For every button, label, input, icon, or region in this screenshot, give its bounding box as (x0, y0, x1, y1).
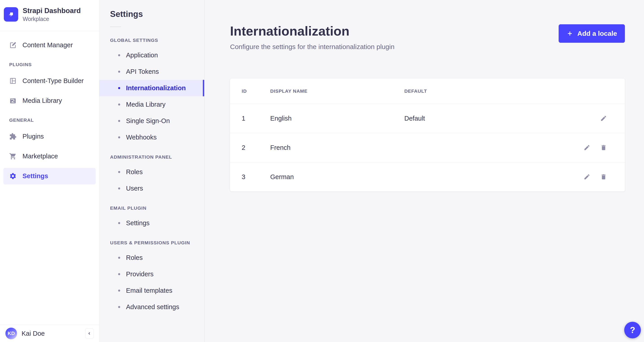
strapi-logo-icon (7, 10, 15, 19)
user-menu[interactable]: KD Kai Doe (6, 327, 45, 339)
column-header-display-name: DISPLAY NAME (270, 79, 404, 104)
table-header-row: ID DISPLAY NAME DEFAULT (230, 79, 625, 104)
subnav-item-users[interactable]: Users (99, 180, 204, 197)
subnav-item-label: Application (126, 52, 158, 59)
delete-locale-button[interactable] (600, 144, 607, 151)
strapi-logo[interactable] (4, 7, 18, 22)
table-row: 1 English Default (230, 104, 625, 133)
subnav-item-email-settings[interactable]: Settings (99, 215, 204, 231)
edit-icon (600, 115, 607, 122)
locales-table: ID DISPLAY NAME DEFAULT 1 English Defaul… (230, 79, 625, 192)
subnav-item-providers[interactable]: Providers (99, 266, 204, 282)
subnav-item-label: Email templates (126, 287, 172, 294)
subnav-item-application[interactable]: Application (99, 47, 204, 63)
edit-icon (584, 174, 590, 180)
nav-item-label: Content-Type Builder (22, 77, 84, 85)
subnav-item-email-templates[interactable]: Email templates (99, 282, 204, 299)
delete-icon (600, 174, 607, 180)
delete-locale-button[interactable] (600, 174, 607, 180)
nav-item-plugins[interactable]: Plugins (3, 128, 96, 145)
table-row: 3 German (230, 162, 625, 192)
subnav-section-global-settings: GLOBAL SETTINGS (110, 38, 204, 43)
cell-default (404, 162, 553, 192)
subnav-item-label: Media Library (126, 101, 166, 108)
page-subtitle: Configure the settings for the internati… (230, 43, 394, 51)
workspace-subtitle: Workplace (23, 15, 81, 23)
subnav-item-label: Users (126, 185, 143, 192)
column-header-id: ID (230, 79, 270, 104)
subnav-item-label: Internationalization (126, 84, 186, 92)
column-header-actions (553, 79, 625, 104)
settings-sidebar: Settings GLOBAL SETTINGS Application API… (99, 0, 204, 342)
divider (110, 27, 121, 27)
media-library-icon (9, 97, 16, 104)
cell-default: Default (404, 104, 553, 133)
nav-item-label: Settings (22, 172, 48, 180)
bullet-icon (118, 103, 120, 105)
nav-item-label: Media Library (22, 97, 62, 104)
content-manager-icon (9, 41, 16, 49)
cell-id: 1 (230, 104, 270, 133)
cell-display-name: German (270, 162, 404, 192)
collapse-sidebar-button[interactable] (85, 328, 94, 339)
add-locale-button[interactable]: Add a locale (559, 24, 625, 43)
bullet-icon (118, 71, 120, 73)
subnav-item-label: Roles (126, 168, 143, 176)
bullet-icon (118, 290, 120, 292)
subnav-item-media-library[interactable]: Media Library (99, 96, 204, 113)
subnav-item-single-sign-on[interactable]: Single Sign-On (99, 113, 204, 129)
cell-default (404, 133, 553, 162)
subnav-item-label: Providers (126, 270, 154, 278)
page-header: Internationalization Configure the setti… (230, 0, 625, 51)
plugins-icon (9, 133, 16, 140)
subnav-item-label: Single Sign-On (126, 117, 170, 125)
bullet-icon (118, 257, 120, 259)
bullet-icon (118, 222, 120, 224)
subnav-item-label: API Tokens (126, 68, 159, 75)
help-button[interactable]: ? (624, 322, 641, 338)
workspace-header: Strapi Dashboard Workplace (0, 0, 99, 31)
subnav-item-internationalization[interactable]: Internationalization (99, 80, 204, 96)
cell-display-name: French (270, 133, 404, 162)
nav-item-label: Plugins (22, 133, 44, 140)
subnav-item-up-roles[interactable]: Roles (99, 250, 204, 266)
subnav-item-advanced-settings[interactable]: Advanced settings (99, 299, 204, 315)
nav-item-label: Content Manager (22, 41, 73, 49)
nav-item-settings[interactable]: Settings (3, 168, 96, 185)
subnav-item-label: Advanced settings (126, 303, 179, 311)
nav-item-media-library[interactable]: Media Library (3, 92, 96, 109)
edit-locale-button[interactable] (600, 115, 607, 122)
edit-icon (584, 144, 590, 151)
subnav-item-webhooks[interactable]: Webhooks (99, 129, 204, 145)
subnav-section-email-plugin: EMAIL PLUGIN (110, 206, 204, 210)
workspace-title: Strapi Dashboard (23, 6, 81, 15)
plus-icon (566, 30, 573, 37)
subnav-item-roles[interactable]: Roles (99, 164, 204, 180)
column-header-default: DEFAULT (404, 79, 553, 104)
user-name: Kai Doe (22, 330, 45, 337)
page-title: Internationalization (230, 23, 394, 39)
main-sidebar: Strapi Dashboard Workplace Content Manag… (0, 0, 99, 342)
subnav-item-label: Settings (126, 219, 150, 227)
avatar[interactable]: KD (6, 327, 17, 339)
edit-locale-button[interactable] (584, 144, 590, 151)
bullet-icon (118, 87, 120, 89)
nav-section-plugins: PLUGINS (9, 62, 96, 67)
locales-table-card: ID DISPLAY NAME DEFAULT 1 English Defaul… (230, 79, 625, 192)
edit-locale-button[interactable] (584, 174, 590, 180)
subnav-item-label: Webhooks (126, 134, 157, 141)
bullet-icon (118, 306, 120, 308)
chevron-left-icon (87, 331, 92, 336)
main-content: Internationalization Configure the setti… (204, 0, 644, 342)
nav-item-content-type-builder[interactable]: Content-Type Builder (3, 73, 96, 89)
subnav-item-api-tokens[interactable]: API Tokens (99, 63, 204, 80)
delete-icon (600, 144, 607, 151)
bullet-icon (118, 120, 120, 122)
add-locale-button-label: Add a locale (577, 30, 617, 37)
subnav-section-administration-panel: ADMINISTRATION PANEL (110, 154, 204, 159)
marketplace-icon (9, 152, 16, 160)
nav-item-marketplace[interactable]: Marketplace (3, 148, 96, 165)
main-nav: Content Manager PLUGINS Content-Type Bui… (0, 31, 99, 185)
nav-item-content-manager[interactable]: Content Manager (3, 37, 96, 54)
bullet-icon (118, 136, 120, 138)
